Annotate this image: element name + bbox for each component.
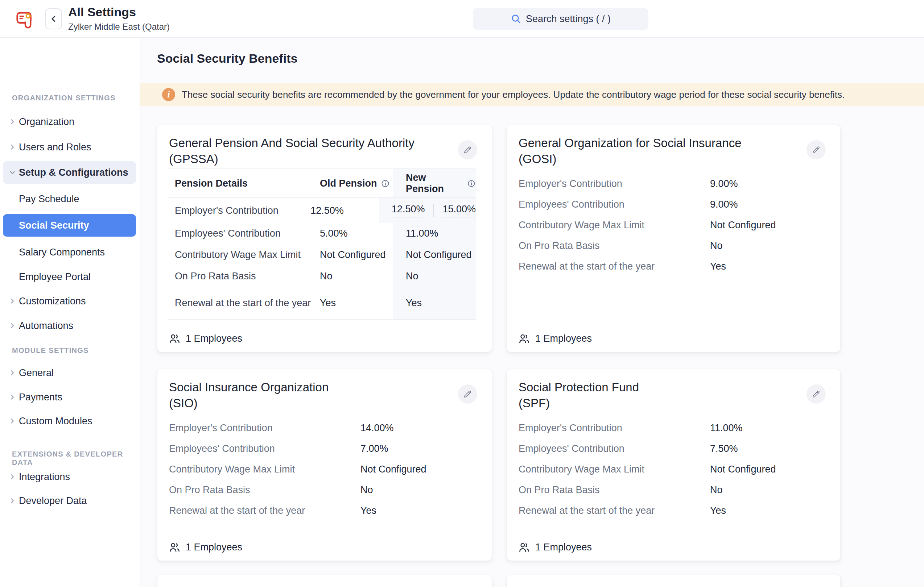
col-pension-details: Pension Details xyxy=(168,178,317,189)
chevron-down-icon xyxy=(8,168,16,177)
detail-row: Employer's Contribution9.00% xyxy=(518,174,826,194)
sidebar-item-organization[interactable]: Organization xyxy=(0,112,140,132)
pension-table-header: Pension Details Old Pension New Pension xyxy=(168,169,476,198)
page-title: Social Security Benefits xyxy=(157,51,297,66)
section-organization-settings: ORGANIZATION SETTINGS xyxy=(12,94,116,102)
spf-card-title: Social Protection Fund (SPF) xyxy=(518,379,639,411)
chevron-right-icon xyxy=(8,297,16,306)
value-divider xyxy=(433,204,434,217)
gpssa-card: General Pension And Social Security Auth… xyxy=(157,125,492,352)
detail-row: Renewal at the start of the yearYes xyxy=(169,500,477,521)
spf-employees-link[interactable]: 1 Employees xyxy=(518,541,592,553)
detail-row: Contributory Wage Max LimitNot Configure… xyxy=(169,459,477,480)
sidebar-item-automations[interactable]: Automations xyxy=(0,316,140,336)
page-header-title: All Settings xyxy=(68,5,136,19)
sidebar-item-integrations[interactable]: Integrations xyxy=(0,467,140,487)
spf-card: Social Protection Fund (SPF) Employer's … xyxy=(507,369,841,561)
employees-icon xyxy=(518,541,530,553)
gosi-details: Employer's Contribution9.00% Employees' … xyxy=(518,174,826,277)
chevron-left-icon xyxy=(49,14,59,24)
detail-row: Renewal at the start of the yearYes xyxy=(518,256,826,277)
table-row: Contributory Wage Max Limit Not Configur… xyxy=(168,244,476,266)
detail-row: Employer's Contribution14.00% xyxy=(169,418,477,439)
sidebar-item-developer-data[interactable]: Developer Data xyxy=(0,491,140,511)
next-card-partial xyxy=(507,575,841,587)
detail-row: Employer's Contribution11.00% xyxy=(518,418,826,439)
chevron-right-icon xyxy=(8,417,16,426)
table-row: Employees' Contribution 5.00% 11.00% xyxy=(168,223,476,244)
sidebar-item-setup-configurations[interactable]: Setup & Configurations xyxy=(3,161,136,184)
main-content: Social Security Benefits i These social … xyxy=(140,38,924,587)
sidebar-item-custom-modules[interactable]: Custom Modules xyxy=(0,411,140,431)
info-banner: i These social security benefits are rec… xyxy=(140,83,924,106)
employees-icon xyxy=(518,332,530,345)
info-circle-icon[interactable] xyxy=(381,179,390,188)
gpssa-card-title: General Pension And Social Security Auth… xyxy=(169,135,414,167)
sidebar-item-customizations[interactable]: Customizations xyxy=(0,291,140,311)
back-button[interactable] xyxy=(45,8,62,30)
sidebar-item-salary-components[interactable]: Salary Components xyxy=(0,242,140,262)
sidebar-item-payments[interactable]: Payments xyxy=(0,387,140,407)
employees-icon xyxy=(168,332,181,345)
sidebar-item-social-security[interactable]: Social Security xyxy=(3,214,136,237)
sio-card-title: Social Insurance Organization (SIO) xyxy=(169,379,328,411)
sio-details: Employer's Contribution14.00% Employees'… xyxy=(169,418,477,521)
chevron-right-icon xyxy=(8,368,16,377)
top-header: All Settings Zylker Middle East (Qatar) … xyxy=(0,0,924,38)
sidebar-item-users-and-roles[interactable]: Users and Roles xyxy=(0,137,140,157)
spf-details: Employer's Contribution11.00% Employees'… xyxy=(518,418,826,521)
chevron-right-icon xyxy=(8,472,16,481)
detail-row: Contributory Wage Max LimitNot Configure… xyxy=(518,215,826,235)
search-placeholder: Search settings ( / ) xyxy=(526,13,610,25)
gpssa-edit-button[interactable] xyxy=(458,140,477,159)
organization-name: Zylker Middle East (Qatar) xyxy=(68,22,170,32)
table-row: On Pro Rata Basis No No xyxy=(168,266,476,287)
detail-row: Employees' Contribution7.50% xyxy=(518,439,826,459)
new-pension-employer-value[interactable]: 12.50% xyxy=(392,204,425,217)
chevron-right-icon xyxy=(8,497,16,505)
chevron-right-icon xyxy=(8,393,16,401)
table-row: Renewal at the start of the year Yes Yes xyxy=(168,287,476,319)
next-card-partial xyxy=(157,575,492,587)
detail-row: Contributory Wage Max LimitNot Configure… xyxy=(518,459,826,480)
pencil-icon xyxy=(463,389,472,399)
table-row: Employer's Contribution 12.50% 12.50% 15… xyxy=(168,198,476,223)
col-old-pension: Old Pension xyxy=(317,178,393,189)
settings-sidebar: ORGANIZATION SETTINGS Organization Users… xyxy=(0,38,140,587)
info-icon: i xyxy=(162,88,175,101)
col-new-pension: New Pension xyxy=(393,169,476,197)
sio-employees-link[interactable]: 1 Employees xyxy=(168,541,242,553)
header-divider xyxy=(36,8,37,30)
search-input[interactable]: Search settings ( / ) xyxy=(473,8,648,30)
detail-row: Employees' Contribution9.00% xyxy=(518,194,826,215)
section-module-settings: MODULE SETTINGS xyxy=(12,346,89,355)
gosi-card: General Organization for Social Insuranc… xyxy=(507,125,841,352)
sidebar-item-general[interactable]: General xyxy=(0,363,140,383)
detail-row: On Pro Rata BasisNo xyxy=(518,235,826,256)
info-banner-text: These social security benefits are recom… xyxy=(182,89,845,100)
pencil-icon xyxy=(811,145,821,155)
chevron-right-icon xyxy=(8,321,16,330)
sio-edit-button[interactable] xyxy=(458,385,477,404)
sidebar-item-employee-portal[interactable]: Employee Portal xyxy=(0,267,140,287)
chevron-right-icon xyxy=(8,117,16,126)
employees-icon xyxy=(168,541,181,553)
info-circle-icon[interactable] xyxy=(467,179,476,188)
gpssa-employees-link[interactable]: 1 Employees xyxy=(168,332,242,345)
new-pension-employer-alt-value[interactable]: 15.00% xyxy=(442,204,476,217)
gosi-employees-link[interactable]: 1 Employees xyxy=(518,332,592,345)
sidebar-item-pay-schedule[interactable]: Pay Schedule xyxy=(0,189,140,209)
sio-card: Social Insurance Organization (SIO) Empl… xyxy=(157,369,492,561)
gosi-edit-button[interactable] xyxy=(807,140,826,159)
detail-row: On Pro Rata BasisNo xyxy=(169,480,477,500)
pencil-icon xyxy=(811,389,821,399)
payroll-logo-icon xyxy=(15,9,34,29)
pencil-icon xyxy=(463,145,472,155)
detail-row: On Pro Rata BasisNo xyxy=(518,480,826,500)
spf-edit-button[interactable] xyxy=(807,385,826,404)
section-extensions-developer-data: EXTENSIONS & DEVELOPER DATA xyxy=(12,450,140,467)
pension-table: Pension Details Old Pension New Pension … xyxy=(168,168,476,320)
detail-row: Renewal at the start of the yearYes xyxy=(518,500,826,521)
search-icon xyxy=(511,13,521,24)
gosi-card-title: General Organization for Social Insuranc… xyxy=(518,135,742,167)
